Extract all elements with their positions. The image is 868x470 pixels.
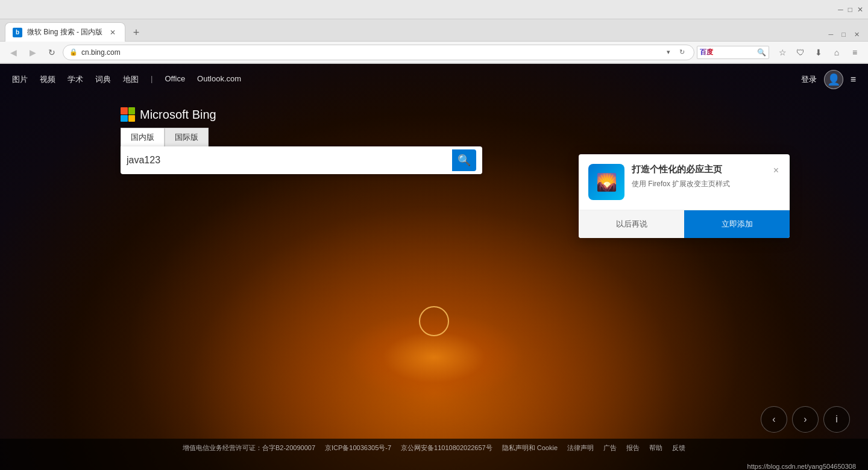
- browser-chrome: ─ □ ✕ b 微软 Bing 搜索 - 国内版 ✕ + ─ □ ✕ ◀ ▶ ↻…: [0, 0, 868, 64]
- minimize-button[interactable]: ─: [838, 5, 843, 14]
- microsoft-squares: [121, 107, 135, 122]
- bottom-nav: ‹ › i: [761, 406, 850, 433]
- popup-subtitle: 使用 Firefox 扩展改变主页样式: [632, 179, 765, 189]
- nav-map[interactable]: 地图: [123, 74, 139, 85]
- prev-image-button[interactable]: ‹: [761, 406, 787, 433]
- footer-icp1[interactable]: 增值电信业务经营许可证：合字B2-20090007: [183, 443, 315, 453]
- footer-help[interactable]: 帮助: [649, 443, 662, 453]
- footer-links: 增值电信业务经营许可证：合字B2-20090007 京ICP备10036305号…: [0, 439, 868, 457]
- search-button[interactable]: 🔍: [452, 149, 476, 171]
- title-bar: ─ □ ✕: [0, 0, 868, 19]
- popup-icon-emoji: 🌄: [596, 172, 617, 192]
- toolbar-right: ☆ 🛡 ⬇ ⌂ ≡: [774, 44, 863, 61]
- forward-button[interactable]: ▶: [24, 44, 41, 61]
- search-tabs: 国内版 国际版: [121, 128, 209, 146]
- popup-later-button[interactable]: 以后再说: [579, 210, 684, 238]
- tab-domestic[interactable]: 国内版: [121, 128, 165, 146]
- address-bar[interactable]: 🔒 cn.bing.com ▾ ↻: [63, 45, 694, 60]
- baidu-logo: 百度: [700, 48, 713, 57]
- menu-button[interactable]: ≡: [846, 44, 863, 61]
- baidu-search-icon[interactable]: 🔍: [757, 48, 766, 57]
- popup-text-area: 打造个性化的必应主页 使用 Firefox 扩展改变主页样式: [632, 164, 765, 189]
- nav-outlook[interactable]: Outlook.com: [197, 74, 241, 85]
- footer-icp2[interactable]: 京ICP备10036305号-7: [325, 443, 391, 453]
- popup-header: 🌄 打造个性化的必应主页 使用 Firefox 扩展改变主页样式 ×: [579, 154, 790, 210]
- sq-red: [121, 107, 128, 114]
- footer-url: https://blog.csdn.net/yang504650308: [747, 463, 856, 470]
- baidu-search-area[interactable]: 百度 🔍: [697, 46, 769, 59]
- address-controls: ▾ ↻: [662, 46, 688, 58]
- page-footer: 增值电信业务经营许可证：合字B2-20090007 京ICP备10036305号…: [0, 439, 868, 470]
- tab-favicon: b: [13, 28, 22, 37]
- info-button[interactable]: i: [823, 406, 850, 433]
- footer-privacy[interactable]: 隐私声明和 Cookie: [502, 443, 558, 453]
- window-restore-btn[interactable]: □: [838, 30, 849, 40]
- browser-tab[interactable]: b 微软 Bing 搜索 - 国内版 ✕: [5, 22, 125, 42]
- sun-circle: [419, 306, 449, 336]
- address-text: cn.bing.com: [81, 48, 659, 57]
- tab-title: 微软 Bing 搜索 - 国内版: [27, 27, 102, 37]
- prev-icon: ‹: [772, 414, 775, 425]
- footer-feedback[interactable]: 反馈: [672, 443, 685, 453]
- footer-legal[interactable]: 法律声明: [567, 443, 594, 453]
- tab-close-button[interactable]: ✕: [108, 28, 118, 37]
- hamburger-menu[interactable]: ≡: [851, 74, 856, 85]
- sq-blue: [121, 115, 128, 122]
- user-avatar[interactable]: 👤: [824, 70, 843, 89]
- close-button[interactable]: ✕: [857, 5, 863, 14]
- bing-logo: Microsoft Bing: [121, 107, 216, 122]
- next-image-button[interactable]: ›: [792, 406, 819, 433]
- nav-images[interactable]: 图片: [12, 74, 28, 85]
- search-input[interactable]: [127, 155, 452, 166]
- sq-green: [128, 107, 136, 114]
- bing-nav-right: 登录 👤 ≡: [801, 70, 856, 89]
- bing-nav-links: 图片 视频 学术 词典 地图 | Office Outlook.com: [12, 74, 241, 85]
- back-button[interactable]: ◀: [5, 44, 22, 61]
- search-box-container: 🔍: [121, 146, 482, 174]
- page-content: 图片 视频 学术 词典 地图 | Office Outlook.com 登录 👤…: [0, 64, 868, 470]
- nav-academic[interactable]: 学术: [68, 74, 83, 85]
- popup-icon: 🌄: [588, 164, 624, 200]
- search-icon: 🔍: [458, 154, 471, 167]
- window-minimize-btn[interactable]: ─: [825, 30, 837, 40]
- popup-close-button[interactable]: ×: [772, 164, 780, 177]
- shield-button[interactable]: 🛡: [792, 44, 809, 61]
- nav-video[interactable]: 视频: [40, 74, 55, 85]
- download-button[interactable]: ⬇: [810, 44, 827, 61]
- sq-yellow: [128, 115, 136, 122]
- maximize-button[interactable]: □: [848, 5, 852, 14]
- next-icon: ›: [804, 414, 807, 425]
- lock-icon: 🔒: [69, 48, 78, 56]
- address-dropdown-icon[interactable]: ▾: [662, 46, 675, 58]
- nav-dict[interactable]: 词典: [95, 74, 111, 85]
- popup-actions: 以后再说 立即添加: [579, 210, 790, 238]
- bing-navigation: 图片 视频 学术 词典 地图 | Office Outlook.com 登录 👤…: [0, 64, 868, 95]
- address-refresh-icon[interactable]: ↻: [676, 46, 688, 58]
- nav-office[interactable]: Office: [165, 74, 185, 85]
- info-icon: i: [835, 414, 838, 425]
- popup-notification: 🌄 打造个性化的必应主页 使用 Firefox 扩展改变主页样式 × 以后再说 …: [579, 154, 790, 238]
- footer-report[interactable]: 报告: [626, 443, 640, 453]
- popup-add-button[interactable]: 立即添加: [684, 210, 790, 238]
- bing-logo-text: Microsoft Bing: [140, 108, 216, 122]
- star-button[interactable]: ☆: [774, 44, 791, 61]
- tab-international[interactable]: 国际版: [165, 128, 209, 146]
- address-bar-row: ◀ ▶ ↻ 🔒 cn.bing.com ▾ ↻ 百度 🔍 ☆ 🛡 ⬇ ⌂ ≡: [0, 42, 868, 63]
- signin-button[interactable]: 登录: [801, 74, 817, 85]
- window-close-btn[interactable]: ✕: [851, 30, 863, 40]
- popup-title: 打造个性化的必应主页: [632, 164, 765, 175]
- new-tab-button[interactable]: +: [128, 24, 145, 41]
- nav-divider: |: [151, 74, 153, 85]
- avatar-icon: 👤: [827, 73, 840, 86]
- home-button[interactable]: ⌂: [828, 44, 845, 61]
- footer-security[interactable]: 京公网安备11010802022657号: [401, 443, 492, 453]
- footer-ad[interactable]: 广告: [603, 443, 617, 453]
- refresh-button[interactable]: ↻: [43, 44, 60, 61]
